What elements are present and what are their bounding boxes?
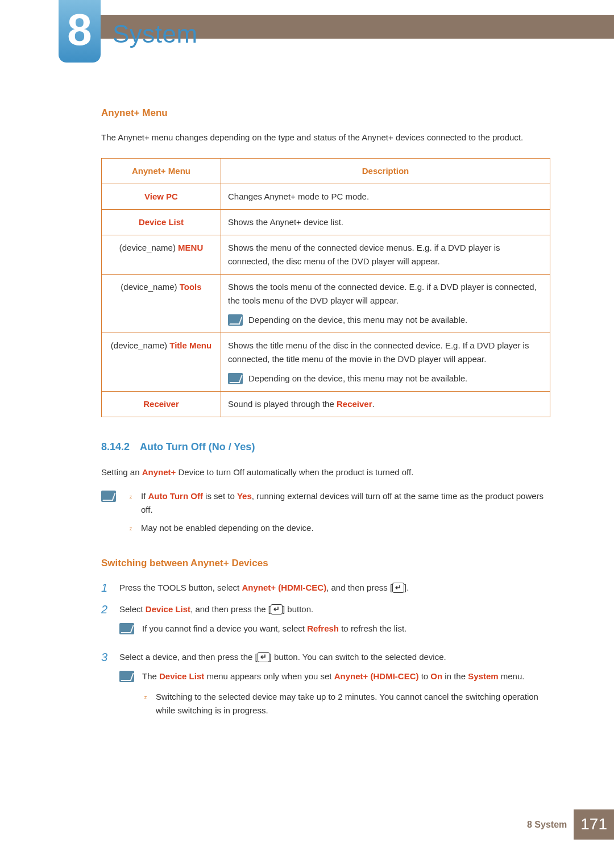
cell-note: Depending on the device, this menu may n… bbox=[228, 313, 543, 327]
auto-turn-off-intro: Setting an Anynet+ Device to turn Off au… bbox=[101, 466, 550, 479]
table-row: View PC Changes Anynet+ mode to PC mode. bbox=[102, 184, 550, 210]
section-8-14-2-heading: 8.14.2 Auto Turn Off (No / Yes) bbox=[101, 439, 550, 455]
bullet-icon: z bbox=[142, 693, 149, 701]
enter-icon bbox=[258, 652, 269, 662]
cell-note: Depending on the device, this menu may n… bbox=[228, 372, 543, 385]
switching-steps: 1 Press the TOOLS button, select Anynet+… bbox=[101, 581, 550, 729]
step-3: 3 Select a device, and then press the []… bbox=[101, 650, 550, 729]
enter-icon bbox=[271, 604, 283, 614]
anynet-intro: The Anynet+ menu changes depending on th… bbox=[101, 131, 550, 144]
table-row: (device_name) MENU Shows the menu of the… bbox=[102, 235, 550, 275]
bullet-icon: z bbox=[127, 493, 134, 501]
table-row: Device List Shows the Anynet+ device lis… bbox=[102, 210, 550, 235]
chapter-number: 8 bbox=[67, 7, 92, 52]
anynet-heading: Anynet+ Menu bbox=[101, 105, 550, 121]
auto-turn-off-notes: z If Auto Turn Off is set to Yes, runnin… bbox=[101, 489, 550, 539]
note-icon bbox=[119, 671, 134, 682]
table-row: (device_name) Title Menu Shows the title… bbox=[102, 333, 550, 392]
step-1: 1 Press the TOOLS button, select Anynet+… bbox=[101, 581, 550, 595]
note-icon bbox=[101, 491, 116, 502]
th-menu: Anynet+ Menu bbox=[102, 159, 221, 184]
step-2: 2 Select Device List, and then press the… bbox=[101, 603, 550, 642]
footer-label: 8 System bbox=[527, 817, 567, 832]
table-row: (device_name) Tools Shows the tools menu… bbox=[102, 275, 550, 333]
th-desc: Description bbox=[221, 159, 550, 184]
note-icon bbox=[119, 623, 134, 634]
bullet-icon: z bbox=[127, 525, 134, 533]
enter-icon bbox=[392, 583, 404, 593]
table-row: Receiver Sound is played through the Rec… bbox=[102, 392, 550, 417]
page-number: 171 bbox=[574, 809, 614, 840]
switching-heading: Switching between Anynet+ Devices bbox=[101, 555, 550, 571]
note-icon bbox=[228, 314, 243, 326]
note-icon bbox=[228, 373, 243, 384]
chapter-title: System bbox=[113, 14, 198, 54]
chapter-badge: 8 bbox=[59, 0, 101, 63]
page-footer: 8 System 171 bbox=[527, 809, 614, 840]
page-content: Anynet+ Menu The Anynet+ menu changes de… bbox=[101, 105, 550, 737]
anynet-table: Anynet+ Menu Description View PC Changes… bbox=[101, 158, 550, 417]
